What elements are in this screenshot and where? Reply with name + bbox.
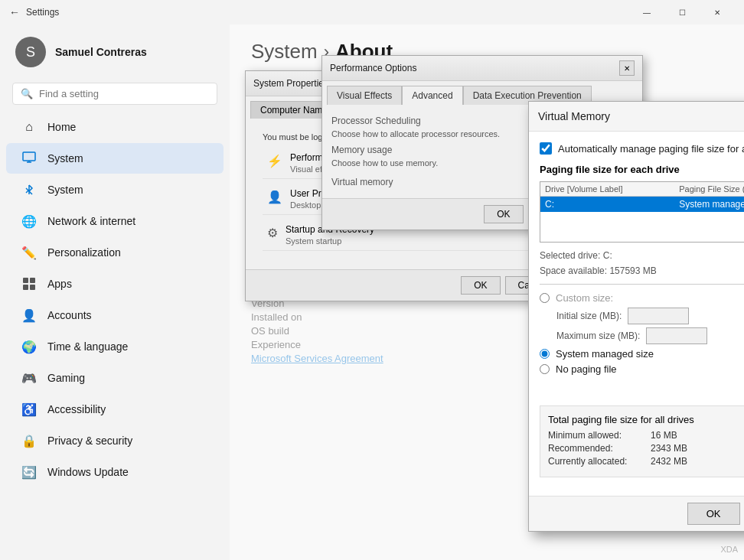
perf-options-title: Performance Options — [330, 63, 416, 73]
recommended-value: 2343 MB — [651, 443, 687, 454]
breadcrumb-system: System — [251, 40, 318, 63]
maximize-button[interactable]: ☐ — [664, 0, 700, 24]
initial-size-input[interactable] — [628, 308, 689, 324]
sidebar: S Samuel Contreras 🔍 ⌂ Home — [0, 24, 230, 560]
search-box[interactable]: 🔍 — [12, 83, 217, 105]
maximum-size-label: Maximum size (MB): — [556, 330, 640, 341]
paging-size-col-header: Paging File Size (MB) — [674, 182, 744, 197]
selected-drive-label: Selected drive: — [540, 250, 600, 261]
sidebar-item-label: Windows Update — [47, 466, 129, 478]
accessibility-icon: ♿ — [21, 402, 37, 417]
sidebar-item-home[interactable]: ⌂ Home — [6, 112, 224, 142]
vm-body: Automatically manage paging file size fo… — [529, 132, 744, 496]
vm-titlebar: Virtual Memory ✕ — [529, 102, 744, 132]
initial-size-row: Initial size (MB): — [556, 308, 744, 324]
sidebar-item-accessibility[interactable]: ♿ Accessibility — [6, 394, 224, 425]
recommended-label: Recommended: — [548, 443, 648, 454]
selected-drive-info: Selected drive: C: — [540, 250, 744, 261]
radio-group: Custom size: Initial size (MB): Maximum … — [540, 292, 744, 375]
user-name: Samuel Contreras — [55, 46, 147, 58]
personalization-icon: ✏️ — [21, 245, 37, 260]
system-icon — [21, 151, 37, 166]
minimum-allowed-label: Minimum allowed: — [548, 430, 648, 441]
vm-ok-button[interactable]: OK — [687, 503, 740, 525]
accounts-icon: 👤 — [21, 308, 37, 323]
no-paging-row: No paging file — [540, 363, 744, 375]
gaming-icon: 🎮 — [21, 370, 37, 386]
sidebar-item-label: Time & language — [47, 340, 128, 353]
po-ok-button[interactable]: OK — [484, 205, 523, 223]
maximum-size-row: Maximum size (MB): — [556, 327, 744, 344]
drive-cell: C: — [540, 197, 674, 213]
currently-allocated-row: Currently allocated: 2432 MB — [548, 456, 744, 467]
drive-table: Drive [Volume Label] Paging File Size (M… — [540, 182, 744, 212]
network-icon: 🌐 — [21, 213, 37, 229]
startup-desc: System startup — [286, 236, 374, 246]
sidebar-item-update[interactable]: 🔄 Windows Update — [6, 457, 224, 487]
user-profile[interactable]: S Samuel Contreras — [0, 24, 230, 80]
tab-advanced[interactable]: Advanced — [402, 86, 462, 105]
virtual-memory-label: Virtual memory — [331, 177, 393, 187]
perf-options-close[interactable]: ✕ — [619, 60, 635, 76]
tab-visual-effects[interactable]: Visual Effects — [327, 86, 402, 105]
space-available-label: Space available: — [540, 265, 607, 276]
titlebar: ← Settings — ☐ ✕ — [0, 0, 744, 24]
sidebar-item-label: Accessibility — [47, 403, 106, 415]
sidebar-item-time[interactable]: 🌍 Time & language — [6, 331, 224, 362]
avatar: S — [15, 37, 46, 67]
back-icon[interactable]: ← — [9, 6, 20, 18]
nav-list: ⌂ Home System — [0, 111, 230, 488]
system-managed-label: System managed size — [556, 348, 654, 360]
watermark: XDA — [720, 545, 738, 554]
sidebar-item-apps[interactable]: Apps — [6, 269, 224, 299]
search-input[interactable] — [39, 88, 209, 99]
sidebar-item-label: Accounts — [47, 309, 92, 321]
sidebar-item-system[interactable]: System — [6, 143, 224, 174]
user-info: Samuel Contreras — [55, 46, 147, 58]
time-icon: 🌍 — [21, 339, 37, 354]
close-button[interactable]: ✕ — [700, 0, 735, 24]
recommended-row: Recommended: 2343 MB — [548, 443, 744, 454]
drive-table-container: Drive [Volume Label] Paging File Size (M… — [540, 181, 744, 243]
custom-size-label: Custom size: — [556, 292, 613, 304]
currently-allocated-value: 2432 MB — [651, 456, 687, 467]
sidebar-item-gaming[interactable]: 🎮 Gaming — [6, 363, 224, 393]
sidebar-item-label: Home — [47, 121, 76, 133]
startup-icon: ⚙ — [267, 226, 278, 240]
titlebar-left: ← Settings — [9, 6, 59, 18]
selected-drive-value: C: — [603, 250, 612, 261]
svg-rect-6 — [30, 285, 35, 290]
sidebar-item-personalization[interactable]: ✏️ Personalization — [6, 237, 224, 268]
titlebar-controls: — ☐ ✕ — [629, 0, 735, 24]
space-available-info: Space available: 157593 MB — [540, 265, 744, 276]
auto-manage-checkbox[interactable] — [540, 142, 552, 155]
titlebar-title: Settings — [26, 7, 59, 18]
sidebar-item-label: Personalization — [47, 246, 121, 259]
minimize-button[interactable]: — — [629, 0, 664, 24]
sidebar-item-bluetooth[interactable]: System — [6, 174, 224, 205]
sp-ok-button[interactable]: OK — [461, 276, 500, 295]
system-props-title: System Properties — [253, 78, 328, 89]
sidebar-item-accounts[interactable]: 👤 Accounts — [6, 300, 224, 330]
home-icon: ⌂ — [21, 119, 37, 135]
drive-col-header: Drive [Volume Label] — [540, 182, 674, 197]
sidebar-item-network[interactable]: 🌐 Network & internet — [6, 206, 224, 236]
content-area: System › About HP-Laptop-14 HP ENVY x360… — [230, 24, 744, 560]
sidebar-item-label: System — [47, 184, 83, 196]
maximum-size-input[interactable] — [646, 327, 707, 344]
vm-footer: OK Cancel — [529, 496, 744, 531]
sidebar-item-label: System — [47, 152, 83, 164]
svg-rect-0 — [23, 152, 35, 161]
custom-size-radio[interactable] — [540, 293, 550, 303]
drive-row-c[interactable]: C: System managed — [540, 197, 744, 213]
no-paging-radio[interactable] — [540, 364, 550, 374]
auto-manage-row: Automatically manage paging file size fo… — [540, 142, 744, 155]
sidebar-item-privacy[interactable]: 🔒 Privacy & security — [6, 425, 224, 456]
set-btn-row: Set — [540, 379, 744, 398]
initial-size-label: Initial size (MB): — [556, 311, 622, 321]
sidebar-item-label: Apps — [47, 278, 72, 290]
currently-allocated-label: Currently allocated: — [548, 456, 648, 467]
total-paging-title: Total paging file size for all drives — [548, 414, 744, 425]
svg-rect-5 — [23, 285, 28, 290]
system-managed-radio[interactable] — [540, 349, 550, 359]
